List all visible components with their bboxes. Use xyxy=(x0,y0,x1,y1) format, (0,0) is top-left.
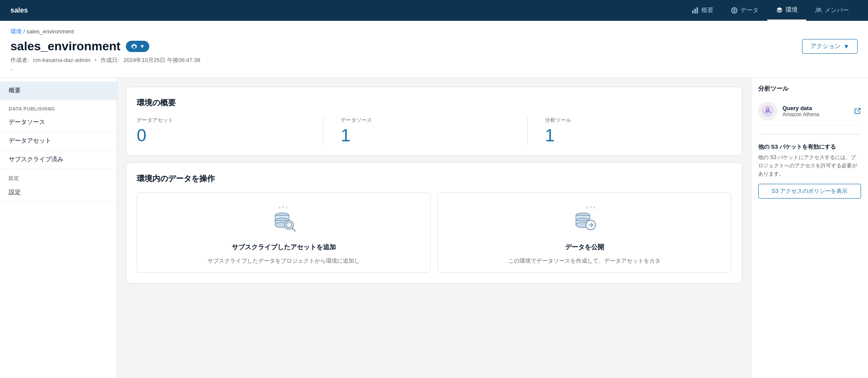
stat-datasource: データソース 1 xyxy=(323,117,527,145)
sidebar: 概要 DATA PUBLISHING データソース データアセット サブスクライ… xyxy=(0,78,117,378)
svg-rect-18 xyxy=(590,206,592,208)
svg-rect-8 xyxy=(286,207,287,209)
s3-section-title: 他の S3 バケットを有効にする xyxy=(758,143,861,151)
page-title-row: sales_environment ▼ アクション ▼ xyxy=(10,39,858,54)
page-meta: 作成者: cm-kasama-daz-admin • 作成日: 2024年10月… xyxy=(10,56,858,64)
sidebar-item-datasource[interactable]: データソース xyxy=(0,113,117,132)
nav-items: 概要 データ 環境 xyxy=(683,0,858,21)
meta-dot: • xyxy=(95,57,98,63)
athena-external-link-icon[interactable] xyxy=(854,108,861,114)
stat-datasource-label: データソース xyxy=(341,117,510,124)
sidebar-item-settings[interactable]: 設定 xyxy=(0,183,117,202)
stat-datasource-value: 1 xyxy=(341,126,510,145)
sidebar-section-settings: 設定 xyxy=(0,169,117,183)
sidebar-item-label-datasource: データソース xyxy=(9,118,45,125)
author-value: cm-kasama-daz-admin xyxy=(33,57,90,63)
right-panel-divider xyxy=(758,134,861,134)
s3-policy-button[interactable]: S3 アクセスのポリシーを表示 xyxy=(758,184,861,199)
stat-analytics-label: 分析ツール xyxy=(545,117,714,124)
svg-point-4 xyxy=(817,8,819,10)
right-panel: 分析ツール Query data Amazon Athena xyxy=(751,78,868,378)
page-description: - xyxy=(10,66,858,72)
analytics-section-title: 分析ツール xyxy=(758,85,861,93)
sidebar-item-label-gaiyou: 概要 xyxy=(9,87,21,94)
action-button-label: アクション xyxy=(810,42,841,50)
nav-item-data[interactable]: データ xyxy=(722,0,767,21)
action-dropdown-arrow: ▼ xyxy=(843,43,849,50)
overview-card-title: 環境の概要 xyxy=(137,98,731,108)
stat-dataset-label: データアセット xyxy=(137,117,306,124)
nav-item-members[interactable]: メンバー xyxy=(806,0,858,21)
publish-icon-area xyxy=(567,203,602,238)
svg-rect-2 xyxy=(697,7,698,13)
author-label: 作成者: xyxy=(10,57,29,63)
sidebar-item-dataset[interactable]: データアセット xyxy=(0,132,117,150)
sidebar-section-data-publishing: DATA PUBLISHING xyxy=(0,100,117,113)
page-title-left: sales_environment ▼ xyxy=(10,39,149,53)
subscribe-action-desc: サブスクライブしたデータをプロジェクトから環境に追加し xyxy=(207,257,360,265)
nav-item-overview[interactable]: 概要 xyxy=(683,0,722,21)
stat-analytics-value: 1 xyxy=(545,126,714,145)
stats-row: データアセット 0 データソース 1 分析ツール 1 xyxy=(137,117,731,145)
athena-tool-sub: Amazon Athena xyxy=(783,111,849,117)
svg-rect-0 xyxy=(692,10,694,13)
actions-grid: サブスクライブしたアセットを追加 サブスクライブしたデータをプロジェクトから環境… xyxy=(137,192,731,273)
s3-section-desc: 他の S3 バケットにアクセスするには、プロジェクトへのアクセスを許可する必要が… xyxy=(758,153,861,179)
stat-analytics: 分析ツール 1 xyxy=(527,117,731,145)
subscribe-icon-area xyxy=(266,203,301,238)
sidebar-item-label-subscribed: サブスクライブ済み xyxy=(9,156,63,163)
svg-line-16 xyxy=(292,228,295,231)
svg-rect-17 xyxy=(586,207,588,209)
stat-dataset: データアセット 0 xyxy=(137,117,323,145)
sidebar-item-label-dataset: データアセット xyxy=(9,137,51,144)
svg-rect-1 xyxy=(694,9,696,13)
svg-point-5 xyxy=(819,8,821,10)
sidebar-item-label-settings: 設定 xyxy=(9,189,21,196)
nav-label-members: メンバー xyxy=(825,7,849,14)
bar-chart-icon xyxy=(692,7,699,14)
athena-icon xyxy=(758,101,777,121)
env-type-badge[interactable]: ▼ xyxy=(126,41,149,52)
svg-rect-19 xyxy=(593,207,595,209)
sidebar-item-subscribed[interactable]: サブスクライブ済み xyxy=(0,150,117,169)
nav-item-environment[interactable]: 環境 xyxy=(767,0,806,21)
breadcrumb: 環境 / sales_environment xyxy=(10,28,858,36)
publish-action-desc: この環境でデータソースを作成して、データアセットをカタ xyxy=(508,257,661,265)
publish-action-label: データを公開 xyxy=(565,243,604,251)
analytics-tool-item-athena: Query data Amazon Athena xyxy=(758,97,861,125)
s3-policy-button-label: S3 アクセスのポリシーを表示 xyxy=(772,188,848,194)
breadcrumb-current: sales_environment xyxy=(26,28,74,35)
created-label: 作成日: xyxy=(101,57,119,63)
svg-rect-7 xyxy=(282,206,284,208)
people-icon xyxy=(815,7,822,14)
s3-section: 他の S3 バケットを有効にする 他の S3 バケットにアクセスするには、プロジ… xyxy=(758,143,861,199)
subscribe-action-label: サブスクライブしたアセットを追加 xyxy=(232,243,336,251)
action-publish[interactable]: データを公開 この環境でデータソースを作成して、データアセットをカタ xyxy=(437,192,731,273)
created-value: 2024年10月25日 午後08:47:38 xyxy=(124,57,201,63)
circle-data-icon xyxy=(731,7,738,14)
env-badge-dropdown-arrow: ▼ xyxy=(140,43,145,49)
stat-dataset-value: 0 xyxy=(137,126,306,145)
action-subscribe[interactable]: サブスクライブしたアセットを追加 サブスクライブしたデータをプロジェクトから環境… xyxy=(137,192,431,273)
athena-tool-name: Query data xyxy=(783,105,849,111)
analytics-tool-text-athena: Query data Amazon Athena xyxy=(783,105,849,117)
top-navigation: sales 概要 データ xyxy=(0,0,868,21)
nav-label-overview: 概要 xyxy=(701,7,713,14)
action-button[interactable]: アクション ▼ xyxy=(802,39,858,54)
sidebar-item-gaiyou[interactable]: 概要 xyxy=(0,81,117,100)
breadcrumb-separator: / xyxy=(23,28,25,35)
data-actions-card-title: 環境内のデータを操作 xyxy=(137,173,731,184)
breadcrumb-parent[interactable]: 環境 xyxy=(10,28,22,35)
layers-icon xyxy=(776,7,783,13)
main-layout: 概要 DATA PUBLISHING データソース データアセット サブスクライ… xyxy=(0,78,868,378)
nav-label-data: データ xyxy=(740,7,759,14)
brand-label: sales xyxy=(10,7,28,14)
page-title: sales_environment xyxy=(10,39,121,53)
env-badge-icon xyxy=(130,42,138,50)
overview-card: 環境の概要 データアセット 0 データソース 1 分析ツール 1 xyxy=(126,87,742,156)
data-actions-card: 環境内のデータを操作 xyxy=(126,163,742,284)
svg-rect-6 xyxy=(279,207,280,209)
analytics-section: 分析ツール Query data Amazon Athena xyxy=(758,85,861,125)
content-area: 環境の概要 データアセット 0 データソース 1 分析ツール 1 環境内のデータ… xyxy=(117,78,751,378)
page-header: 環境 / sales_environment sales_environment… xyxy=(0,21,868,78)
